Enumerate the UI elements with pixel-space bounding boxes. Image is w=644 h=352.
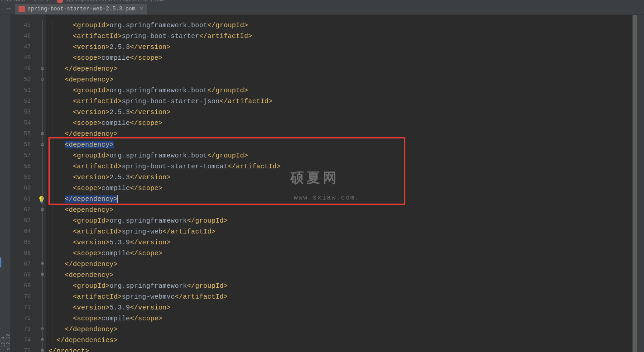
line-number[interactable]: 75 bbox=[11, 346, 39, 352]
code-line[interactable]: <groupId>org.springframework.boot</group… bbox=[46, 85, 632, 96]
line-number[interactable]: 68 bbox=[11, 270, 39, 281]
line-number[interactable]: 72 bbox=[11, 313, 39, 324]
line-number[interactable]: 63 bbox=[11, 215, 39, 226]
xml-tag[interactable]: <version> bbox=[73, 304, 110, 311]
breadcrumb-item[interactable]: spring-boot-starter-web-2.5.3.pom bbox=[66, 0, 164, 3]
fold-close-icon[interactable]: ⊟ bbox=[39, 324, 46, 335]
line-number[interactable]: 69 bbox=[11, 281, 39, 291]
xml-tag[interactable]: <version> bbox=[73, 109, 110, 116]
xml-tag[interactable]: </groupId> bbox=[207, 152, 248, 159]
xml-text[interactable]: compile bbox=[101, 185, 130, 192]
line-number[interactable]: 70 bbox=[11, 291, 39, 302]
xml-tag[interactable]: <groupId> bbox=[73, 87, 110, 94]
xml-tag[interactable]: <dependency> bbox=[65, 271, 114, 279]
xml-text[interactable]: 5.3.9 bbox=[110, 304, 130, 311]
code-line[interactable]: <version>2.5.3</version> bbox=[46, 172, 632, 183]
code-line[interactable]: <dependency> bbox=[46, 74, 632, 85]
close-icon[interactable]: × bbox=[140, 6, 143, 12]
tool-stub[interactable]: pe-jdk bbox=[0, 332, 1, 352]
code-line[interactable]: <dependency> bbox=[46, 205, 632, 215]
xml-tag[interactable]: </version> bbox=[130, 109, 171, 116]
code-line[interactable]: <version>5.3.9</version> bbox=[46, 237, 632, 248]
line-number[interactable]: 73 bbox=[11, 324, 39, 335]
xml-text[interactable]: compile bbox=[101, 250, 130, 257]
xml-tag[interactable]: </artifactId> bbox=[175, 293, 228, 300]
xml-tag[interactable]: </dependency> bbox=[65, 65, 118, 72]
xml-tag[interactable]: <artifactId> bbox=[73, 33, 122, 40]
xml-tag[interactable]: </version> bbox=[130, 174, 171, 181]
xml-tag[interactable]: </scope> bbox=[130, 119, 163, 127]
line-number[interactable]: 54 bbox=[11, 118, 39, 128]
tool-window-bar-left[interactable]: s:2.12 12.4 pe-jdk pe-jsr bbox=[0, 15, 11, 352]
xml-tag[interactable]: </artifactId> bbox=[228, 163, 281, 170]
line-number-gutter[interactable]: 4546474849505152535455565758596061626364… bbox=[11, 15, 39, 352]
xml-text[interactable]: org.springframework.boot bbox=[110, 152, 207, 159]
line-number[interactable]: 50 bbox=[11, 74, 39, 85]
tool-window-bar-right[interactable] bbox=[638, 15, 644, 352]
xml-tag[interactable]: </scope> bbox=[130, 54, 163, 62]
code-line[interactable]: <dependency> bbox=[46, 270, 632, 281]
xml-tag[interactable]: <scope> bbox=[73, 250, 101, 257]
fold-close-icon[interactable]: ⊟ bbox=[39, 335, 46, 346]
xml-text[interactable]: compile bbox=[101, 54, 130, 62]
xml-text[interactable]: 2.5.3 bbox=[110, 174, 130, 181]
breadcrumb-item[interactable]: rter-web bbox=[1, 0, 25, 3]
line-number[interactable]: 46 bbox=[11, 31, 39, 42]
xml-tag[interactable]: <scope> bbox=[73, 54, 101, 62]
xml-tag[interactable]: </dependencies> bbox=[57, 337, 118, 344]
xml-tag[interactable]: </groupId> bbox=[187, 217, 228, 224]
code-line[interactable]: <version>2.5.3</version> bbox=[46, 107, 632, 118]
line-number[interactable]: 59 bbox=[11, 172, 39, 183]
line-number[interactable]: 60 bbox=[11, 183, 39, 194]
xml-tag[interactable]: <version> bbox=[73, 239, 110, 246]
xml-text[interactable]: spring-web bbox=[122, 228, 163, 235]
xml-tag[interactable]: </scope> bbox=[130, 185, 163, 192]
xml-text[interactable]: 5.3.9 bbox=[110, 239, 130, 246]
xml-tag[interactable]: <scope> bbox=[73, 185, 101, 192]
fold-close-icon[interactable]: ⊟ bbox=[39, 63, 46, 74]
xml-text[interactable]: org.springframework bbox=[110, 217, 187, 224]
xml-tag[interactable]: </dependency> bbox=[65, 130, 118, 138]
xml-tag[interactable]: </dependency> bbox=[65, 326, 118, 333]
code-area[interactable]: 硕夏网 www.sxiaw.com. <groupId>org.springfr… bbox=[46, 15, 632, 352]
line-number[interactable]: 65 bbox=[11, 237, 39, 248]
code-line[interactable]: </dependency> bbox=[46, 324, 632, 335]
code-line[interactable]: <scope>compile</scope> bbox=[46, 118, 632, 128]
xml-text[interactable]: spring-boot-starter-json bbox=[122, 98, 220, 105]
code-line[interactable]: <artifactId>spring-boot-starter-json</ar… bbox=[46, 96, 632, 107]
code-line[interactable]: <artifactId>spring-webmvc</artifactId> bbox=[46, 291, 632, 302]
code-line[interactable]: </dependency> bbox=[46, 128, 632, 139]
line-number[interactable]: 48 bbox=[11, 52, 39, 63]
xml-text[interactable]: org.springframework bbox=[110, 282, 187, 290]
xml-tag[interactable]: </groupId> bbox=[207, 87, 248, 94]
fold-open-icon[interactable]: ⊟ bbox=[39, 205, 46, 215]
xml-text[interactable]: 2.5.3 bbox=[110, 109, 130, 116]
xml-tag[interactable]: <dependency> bbox=[65, 206, 114, 214]
code-line[interactable]: <artifactId>spring-boot-starter-tomcat</… bbox=[46, 161, 632, 172]
line-number[interactable]: 57 bbox=[11, 150, 39, 161]
code-line[interactable]: <scope>compile</scope> bbox=[46, 183, 632, 194]
xml-tag[interactable]: <artifactId> bbox=[73, 228, 122, 235]
xml-tag[interactable]: <version> bbox=[73, 43, 110, 51]
code-line[interactable]: </dependency> bbox=[46, 259, 632, 270]
fold-open-icon[interactable]: ⊟ bbox=[39, 270, 46, 281]
tool-stub[interactable]: s:2.12 bbox=[6, 332, 11, 352]
xml-tag[interactable]: <groupId> bbox=[73, 217, 110, 224]
line-number[interactable]: 45 bbox=[11, 20, 39, 31]
xml-tag[interactable]: </artifactId> bbox=[199, 33, 252, 40]
line-number[interactable]: 64 bbox=[11, 226, 39, 237]
code-line[interactable]: <scope>compile</scope> bbox=[46, 52, 632, 63]
line-number[interactable]: 56 bbox=[11, 139, 39, 150]
scrollbar-vertical[interactable] bbox=[632, 15, 638, 352]
xml-tag[interactable]: </version> bbox=[130, 239, 171, 246]
line-number[interactable]: 49 bbox=[11, 63, 39, 74]
code-line[interactable]: <groupId>org.springframework.boot</group… bbox=[46, 150, 632, 161]
fold-close-icon[interactable]: ⊟ bbox=[39, 259, 46, 270]
xml-text[interactable]: org.springframework.boot bbox=[110, 87, 207, 94]
line-number[interactable]: 74 bbox=[11, 335, 39, 346]
line-number[interactable]: 52 bbox=[11, 96, 39, 107]
line-number[interactable]: 61 bbox=[11, 194, 39, 205]
xml-tag[interactable]: </artifactId> bbox=[220, 98, 273, 105]
xml-tag[interactable]: </groupId> bbox=[187, 282, 228, 290]
tab-active[interactable]: spring-boot-starter-web-2.5.3.pom × bbox=[15, 4, 147, 14]
